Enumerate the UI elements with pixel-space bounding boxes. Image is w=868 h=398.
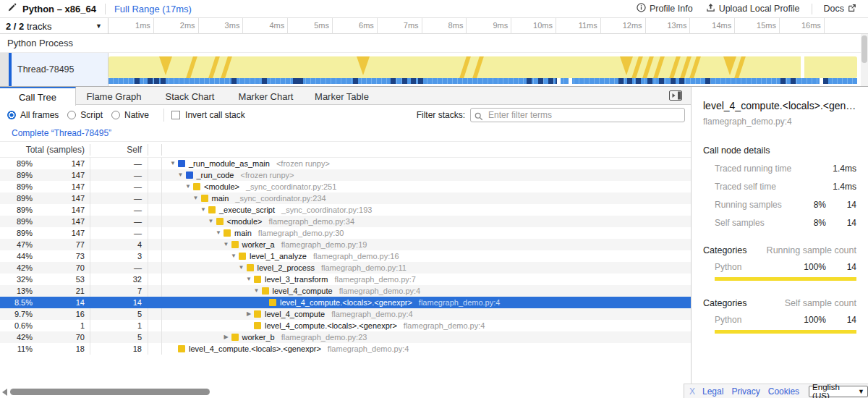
cell-tree: ▼level_4_computeflamegraph_demo.py:4	[162, 285, 691, 297]
twisty-expanded-icon[interactable]: ▼	[183, 181, 193, 192]
timeline-vertical-scrollbar[interactable]	[861, 34, 868, 86]
twisty-expanded-icon[interactable]: ▼	[198, 204, 208, 216]
category-header: CategoriesRunning sample count	[703, 245, 856, 255]
twisty-expanded-icon[interactable]: ▼	[191, 192, 201, 204]
table-row[interactable]: 89%147—▼mainflamegraph_demo.py:30	[0, 227, 691, 239]
twisty-expanded-icon[interactable]: ▼	[168, 158, 178, 169]
horizontal-scrollbar[interactable]	[0, 386, 691, 398]
tracks-dropdown[interactable]: 2 / 2 tracks ▼	[0, 18, 109, 34]
full-range-button[interactable]: Full Range (17ms)	[114, 4, 192, 14]
cell-spacer	[148, 297, 162, 308]
file-location: flamegraph_demo.py:16	[313, 250, 399, 262]
open-sidebar-icon[interactable]	[669, 90, 682, 101]
docs-button[interactable]: Docs	[820, 2, 861, 16]
table-row[interactable]: 89%147—▼_run_code<frozen runpy>	[0, 169, 691, 181]
profile-info-button[interactable]: Profile Info	[632, 1, 697, 16]
thread-track-header[interactable]: Thread-78495	[12, 53, 109, 86]
scroll-left-icon[interactable]	[2, 389, 7, 396]
twisty-expanded-icon[interactable]: ▼	[244, 274, 254, 285]
column-header-total[interactable]: Total (samples)	[0, 144, 90, 156]
footer-link-legal[interactable]: Legal	[702, 386, 723, 397]
invert-call-stack-checkbox[interactable]	[171, 111, 180, 119]
table-row[interactable]: 13%217▼level_4_computeflamegraph_demo.py…	[0, 285, 691, 297]
twisty-expanded-icon[interactable]: ▼	[229, 250, 239, 262]
track-python-process[interactable]: Python Process	[0, 34, 868, 53]
radio-native[interactable]	[111, 111, 120, 119]
table-row[interactable]: 42%705▶worker_bflamegraph_demo.py:23	[0, 331, 691, 343]
twisty-expanded-icon[interactable]: ▼	[252, 285, 262, 297]
track-thread[interactable]: Thread-78495	[0, 53, 868, 86]
table-row[interactable]: 89%147—▼main_sync_coordinator.py:234	[0, 192, 691, 204]
filter-stacks-input[interactable]	[470, 108, 685, 122]
cell-total: 44%73	[0, 250, 90, 262]
language-select[interactable]: English (US) ▼	[809, 386, 868, 397]
cell-tree: ▶level_4_computeflamegraph_demo.py:4	[162, 308, 691, 320]
table-row[interactable]: 44%733▼level_1_analyzeflamegraph_demo.py…	[0, 250, 691, 262]
twisty-collapsed-icon[interactable]: ▶	[221, 331, 231, 343]
table-row[interactable]: 0.6%11level_4_compute.<locals>.<genexpr>…	[0, 320, 691, 331]
twisty-expanded-icon[interactable]: ▼	[237, 262, 247, 274]
twisty-expanded-icon[interactable]: ▼	[221, 239, 231, 250]
file-location: flamegraph_demo.py:34	[268, 216, 354, 227]
footer-x-link[interactable]: X	[689, 386, 695, 397]
activity-marker-slash	[653, 56, 665, 78]
timeline-scroll-thumb[interactable]	[861, 35, 867, 63]
python-frame-icon	[193, 183, 200, 190]
table-row[interactable]: 11%1818level_4_compute.<locals>.<genexpr…	[0, 343, 691, 355]
twisty-expanded-icon[interactable]: ▼	[206, 216, 216, 227]
footer-link-privacy[interactable]: Privacy	[731, 386, 760, 397]
cell-self: 5	[90, 331, 148, 343]
table-row[interactable]: 42%70—▼level_2_processflamegraph_demo.py…	[0, 262, 691, 274]
table-row[interactable]: 89%147—▼_execute_script_sync_coordinator…	[0, 204, 691, 216]
cell-total: 8.5%14	[0, 297, 90, 308]
cell-tree: ▼<module>flamegraph_demo.py:34	[162, 216, 691, 227]
column-header-self[interactable]: Self	[90, 144, 148, 156]
twisty-expanded-icon[interactable]: ▼	[213, 227, 224, 239]
twisty-expanded-icon[interactable]: ▼	[176, 169, 186, 181]
python-frame-icon	[231, 334, 239, 341]
sidebar-function-name: level_4_compute.<locals>.<genexpr>	[703, 100, 856, 111]
total-percent: 89%	[0, 227, 33, 239]
tab-call-tree[interactable]: Call Tree	[0, 87, 76, 106]
header-separator	[105, 4, 106, 14]
radio-script[interactable]	[67, 111, 76, 119]
call-tree-controls: All framesScriptNative Invert call stack…	[0, 106, 691, 124]
tab-stack-chart[interactable]: Stack Chart	[152, 87, 228, 105]
total-samples: 147	[33, 192, 90, 204]
ruler-tick-label: 7ms	[378, 21, 419, 30]
cell-spacer	[148, 274, 162, 285]
horizontal-scroll-thumb[interactable]	[10, 389, 210, 395]
detail-value: 1.4ms	[826, 164, 856, 174]
total-percent: 47%	[0, 239, 33, 250]
ruler-tick-label: 15ms	[736, 21, 776, 30]
radio-all-frames[interactable]	[7, 111, 16, 119]
table-row[interactable]: 32%5332▼level_3_transformflamegraph_demo…	[0, 274, 691, 285]
sample-dark-segment	[679, 78, 684, 84]
table-row[interactable]: 89%147—▼<module>flamegraph_demo.py:34	[0, 216, 691, 227]
twisty-collapsed-icon[interactable]: ▶	[244, 308, 254, 320]
tab-marker-chart[interactable]: Marker Chart	[228, 87, 304, 105]
table-row[interactable]: 89%147—▼_run_module_as_main<frozen runpy…	[0, 158, 691, 169]
cell-total: 47%77	[0, 239, 90, 250]
footer-link-cookies[interactable]: Cookies	[768, 386, 799, 397]
tab-flame-graph[interactable]: Flame Graph	[76, 87, 152, 105]
table-row[interactable]: 47%774▼worker_aflamegraph_demo.py:19	[0, 239, 691, 250]
sample-dark-segment	[353, 78, 358, 84]
category-value: 14	[826, 262, 856, 272]
table-row[interactable]: 9.7%165▶level_4_computeflamegraph_demo.p…	[0, 308, 691, 320]
table-row[interactable]: 8.5%1414level_4_compute.<locals>.<genexp…	[0, 297, 691, 308]
cell-self: 18	[90, 343, 148, 355]
thread-activity-canvas[interactable]	[109, 53, 861, 86]
sample-dark-segment	[618, 78, 624, 84]
edit-pencil-icon[interactable]	[7, 2, 17, 15]
cell-spacer	[148, 181, 162, 192]
python-frame-icon	[216, 218, 224, 225]
sample-dark-segment	[671, 78, 676, 84]
sample-dark-segment	[148, 78, 153, 84]
breadcrumb-complete-thread-link[interactable]: Complete “Thread-78495”	[12, 128, 111, 138]
tab-marker-table[interactable]: Marker Table	[304, 87, 380, 105]
chevron-down-icon: ▼	[858, 388, 864, 395]
sample-dark-segment	[231, 78, 237, 84]
table-row[interactable]: 89%147—▼<module>_sync_coordinator.py:251	[0, 181, 691, 192]
upload-profile-button[interactable]: Upload Local Profile	[702, 1, 804, 16]
